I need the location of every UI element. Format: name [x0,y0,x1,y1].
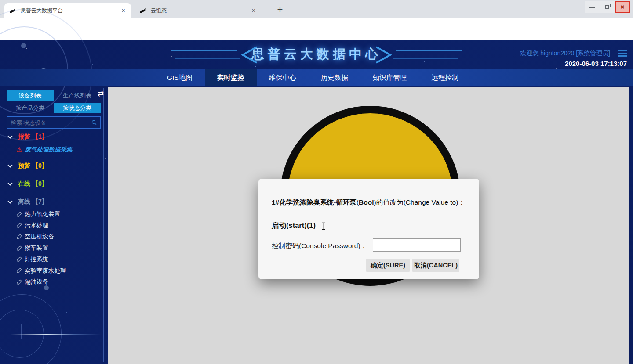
change-value-dialog: 1#化学洗涤除臭系统-循环泵(Bool)的值改为(Change Value to… [258,179,479,279]
tab-by-product[interactable]: 按产品分类 [7,103,54,113]
nav-gis-map[interactable]: GIS地图 [155,69,205,86]
nav-remote-control[interactable]: 远程控制 [419,69,471,86]
value-type: Bool [359,198,374,206]
unlink-icon [16,245,22,251]
offline-device-item[interactable]: 猴车装置 [16,244,48,252]
offline-device-item[interactable]: 灯控系统 [16,256,48,263]
tab-by-status[interactable]: 按状态分类 [54,103,101,113]
tree-node-alarm[interactable]: 报警 【1】 [8,133,48,141]
chevron-down-icon[interactable] [7,198,12,203]
dialog-message: 1#化学洗涤除臭系统-循环泵(Bool)的值改为(Change Value to… [272,197,469,207]
tree-count: 【0】 [32,162,48,170]
tree-count: 【7】 [32,198,48,206]
warning-icon: ⚠ [16,146,22,154]
tab-title: 云组态 [151,7,250,14]
tab-production-line-list[interactable]: 生产线列表 [54,90,101,101]
screen: 思普云大数据平台 × 云组态 × + × ← → [0,0,633,364]
new-value-text: 启动(start)(1) [272,221,316,231]
search-icon[interactable] [91,119,97,126]
minimize-button[interactable] [585,1,600,13]
nav-knowledge-base[interactable]: 知识库管理 [360,69,419,86]
glow-divider [10,334,101,335]
unlink-icon [16,256,22,262]
new-tab-button[interactable]: + [273,4,287,17]
device-search-input[interactable] [7,119,91,126]
unlink-icon [16,212,22,217]
device-label: 空压机设备 [25,233,55,241]
nav-history-data[interactable]: 历史数据 [309,69,360,86]
device-label: 热力氧化装置 [25,210,60,218]
tab-divider [266,6,266,15]
browser-tab-2[interactable]: 云组态 × [135,3,261,18]
timestamp: 2020-06-03 17:13:07 [565,60,627,67]
tree-count: 【1】 [32,133,48,141]
chevron-down-icon[interactable] [7,180,12,185]
offline-device-item[interactable]: 空压机设备 [16,233,55,241]
offline-device-item[interactable]: 实验室废水处理 [16,267,66,275]
offline-device-item[interactable]: 隔油设备 [16,278,48,286]
device-label: 灯控系统 [25,256,48,263]
tree-node-online[interactable]: 在线 【0】 [8,180,48,188]
window-controls: × [585,1,630,13]
text-cursor-icon [321,222,326,230]
tree-label: 预警 [18,162,30,170]
tree-node-offline[interactable]: 离线 【7】 [8,198,48,206]
device-search-box [7,116,101,129]
main-navbar: GIS地图 实时监控 维保中心 历史数据 知识库管理 远程控制 [0,69,633,86]
tab-close-icon[interactable]: × [120,7,127,14]
swap-icon[interactable]: ⇄ [98,89,104,98]
msg-tail: )的值改为(Change Value to)： [374,198,465,206]
tab-device-list[interactable]: 设备列表 [7,90,54,101]
unlink-icon [16,223,22,228]
site-favicon-icon [139,7,147,14]
offline-device-item[interactable]: 热力氧化装置 [16,210,60,218]
offline-device-item[interactable]: 污水处理 [16,222,48,230]
tree-count: 【0】 [32,180,48,188]
nav-realtime-monitor[interactable]: 实时监控 [205,69,257,86]
unlink-icon [16,279,22,285]
tree-node-warning[interactable]: 预警 【0】 [8,162,48,170]
tree-label: 报警 [18,133,30,141]
restore-button[interactable] [600,1,615,13]
chevron-down-icon[interactable] [7,133,12,138]
password-label: 控制密码(Console Password)： [272,241,367,251]
tab-close-icon[interactable]: × [250,7,257,14]
browser-toolbar: ← → 不安全 iot.idosp.net /idosp/index.html?… [0,18,633,40]
browser-tabstrip: 思普云大数据平台 × 云组态 × + × [0,0,633,18]
device-tag-name: 1#化学洗涤除臭系统-循环泵 [272,198,357,206]
nav-maintenance-center[interactable]: 维保中心 [257,69,309,86]
welcome-text[interactable]: 欢迎您 hignton2020 [系统管理员] [520,50,610,58]
list-menu-icon[interactable] [618,50,627,57]
sure-button[interactable]: 确定(SURE) [366,259,410,272]
device-label: 污水处理 [25,222,48,230]
close-button[interactable]: × [615,1,630,13]
device-sidebar: 设备列表 生产线列表 ⇄ 按产品分类 按状态分类 报警 【1】 [4,88,104,362]
unlink-icon [16,234,22,240]
console-password-input[interactable] [373,238,461,252]
device-label: 猴车装置 [25,244,48,252]
alarm-device-link[interactable]: 废气处理数据采集 [25,146,72,154]
cancel-button[interactable]: 取消(CANCEL) [412,259,459,272]
tree-item-alarm-device[interactable]: ⚠ 废气处理数据采集 [16,146,72,154]
chevron-down-icon[interactable] [7,162,12,167]
unlink-icon [16,268,22,274]
tree-label: 在线 [18,180,30,188]
title-deco-left [171,44,258,66]
tree-label: 离线 [18,198,30,206]
device-label: 实验室废水处理 [25,267,66,275]
device-label: 隔油设备 [25,278,48,286]
title-deco-right [375,44,462,66]
